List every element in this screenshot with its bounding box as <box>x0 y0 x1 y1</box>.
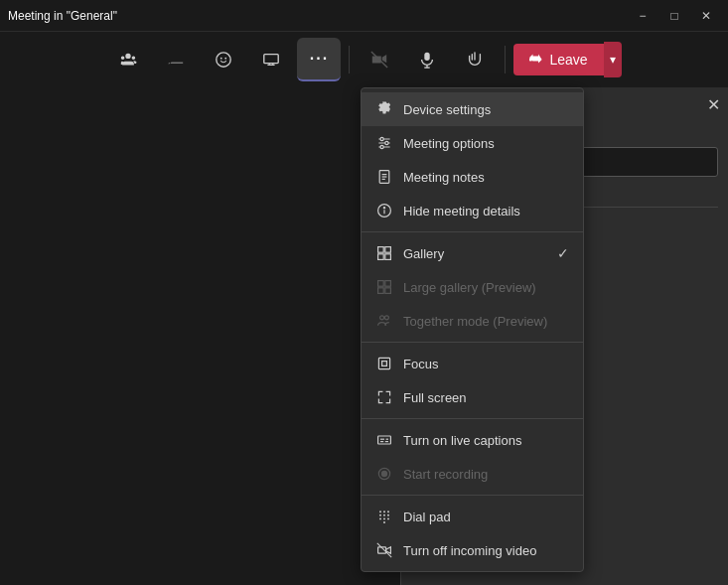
leave-button-group: Leave ▾ <box>513 42 621 77</box>
more-options-dropdown: Device settings Meeting options Meeting … <box>361 87 584 572</box>
focus-icon <box>375 355 393 372</box>
share-screen-button[interactable] <box>249 38 293 81</box>
dial-pad-label: Dial pad <box>403 510 451 524</box>
leave-label: Leave <box>549 52 587 68</box>
camera-button[interactable] <box>358 38 401 81</box>
menu-item-gallery[interactable]: Gallery ✓ <box>362 236 583 270</box>
menu-item-large-gallery[interactable]: Large gallery (Preview) <box>362 270 583 304</box>
main-content-area: ✕ ns Meeting Device settings Meeting opt… <box>0 87 728 585</box>
svg-point-0 <box>217 53 230 67</box>
right-panel-close-button[interactable]: ✕ <box>707 95 720 114</box>
leave-button[interactable]: Leave <box>513 44 603 75</box>
meeting-notes-label: Meeting notes <box>403 170 485 185</box>
svg-point-2 <box>225 58 227 60</box>
svg-point-11 <box>380 145 383 148</box>
mic-button[interactable] <box>405 38 449 81</box>
turn-off-video-label: Turn off incoming video <box>403 543 536 558</box>
svg-point-45 <box>383 517 385 519</box>
window-controls: − □ ✕ <box>629 6 720 26</box>
device-settings-label: Device settings <box>403 102 491 117</box>
toolbar-separator-2 <box>505 46 506 73</box>
svg-rect-26 <box>385 288 391 294</box>
chat-button[interactable] <box>154 38 198 81</box>
svg-line-49 <box>377 543 391 557</box>
svg-rect-22 <box>385 254 391 260</box>
svg-point-40 <box>387 511 389 512</box>
full-screen-label: Full screen <box>403 390 467 405</box>
focus-label: Focus <box>403 357 438 371</box>
grid-icon <box>375 244 393 262</box>
meeting-toolbar: ··· Leave ▾ <box>0 32 728 87</box>
live-captions-label: Turn on live captions <box>403 433 521 448</box>
sliders-icon <box>375 134 393 152</box>
fullscreen-icon <box>375 388 393 406</box>
svg-point-46 <box>387 517 389 519</box>
meeting-options-label: Meeting options <box>403 136 495 151</box>
svg-point-42 <box>383 514 385 516</box>
menu-item-together-mode[interactable]: Together mode (Preview) <box>362 304 583 338</box>
gallery-checkmark: ✓ <box>557 245 569 261</box>
svg-rect-21 <box>378 254 384 260</box>
dialpad-icon <box>375 508 393 525</box>
info-icon <box>375 202 393 219</box>
menu-item-full-screen[interactable]: Full screen <box>362 380 583 414</box>
svg-point-47 <box>383 521 385 523</box>
maximize-button[interactable]: □ <box>660 6 688 26</box>
captions-icon <box>375 431 393 449</box>
svg-rect-20 <box>385 247 391 253</box>
hide-meeting-details-label: Hide meeting details <box>403 204 520 219</box>
svg-point-28 <box>384 316 388 320</box>
together-mode-label: Together mode (Preview) <box>403 314 547 329</box>
svg-point-41 <box>379 514 381 516</box>
window-title: Meeting in "General" <box>8 9 117 23</box>
toolbar-separator-1 <box>349 46 350 73</box>
close-button[interactable]: ✕ <box>692 6 720 26</box>
menu-item-meeting-options[interactable]: Meeting options <box>362 126 583 160</box>
menu-divider-1 <box>362 231 583 232</box>
large-gallery-label: Large gallery (Preview) <box>403 280 536 295</box>
svg-rect-23 <box>378 281 384 287</box>
menu-item-turn-off-video[interactable]: Turn off incoming video <box>362 533 583 567</box>
svg-point-18 <box>383 208 384 209</box>
svg-point-9 <box>380 137 383 140</box>
svg-point-37 <box>381 471 387 477</box>
svg-point-27 <box>380 316 384 320</box>
menu-divider-2 <box>362 342 583 343</box>
gallery-label: Gallery <box>403 246 444 261</box>
menu-item-dial-pad[interactable]: Dial pad <box>362 500 583 533</box>
gear-icon <box>375 100 393 118</box>
menu-item-meeting-notes[interactable]: Meeting notes <box>362 160 583 194</box>
svg-point-43 <box>387 514 389 516</box>
start-recording-label: Start recording <box>403 467 488 482</box>
svg-rect-31 <box>378 436 391 444</box>
raise-hand-button[interactable] <box>453 38 497 81</box>
svg-point-39 <box>383 511 385 512</box>
svg-rect-30 <box>382 362 387 366</box>
grid-large-icon <box>375 278 393 296</box>
leave-chevron-button[interactable]: ▾ <box>604 42 622 77</box>
svg-rect-3 <box>264 55 278 64</box>
reactions-button[interactable] <box>202 38 245 81</box>
menu-item-start-recording[interactable]: Start recording <box>362 457 583 491</box>
svg-point-38 <box>379 511 381 512</box>
svg-rect-5 <box>425 53 430 61</box>
svg-point-10 <box>385 141 388 144</box>
record-icon <box>375 465 393 483</box>
people-grid-icon <box>375 312 393 330</box>
svg-point-1 <box>220 58 222 60</box>
minimize-button[interactable]: − <box>629 6 656 26</box>
svg-rect-19 <box>378 247 384 253</box>
video-off-icon <box>375 541 393 559</box>
menu-item-device-settings[interactable]: Device settings <box>362 92 583 126</box>
svg-rect-24 <box>385 281 391 287</box>
people-button[interactable] <box>106 38 150 81</box>
menu-item-hide-meeting-details[interactable]: Hide meeting details <box>362 194 583 227</box>
menu-divider-3 <box>362 418 583 419</box>
note-icon <box>375 168 393 186</box>
svg-rect-25 <box>378 288 384 294</box>
menu-divider-4 <box>362 495 583 496</box>
svg-rect-8 <box>529 59 532 62</box>
menu-item-focus[interactable]: Focus <box>362 347 583 380</box>
more-options-button[interactable]: ··· <box>297 38 341 81</box>
menu-item-live-captions[interactable]: Turn on live captions <box>362 423 583 457</box>
